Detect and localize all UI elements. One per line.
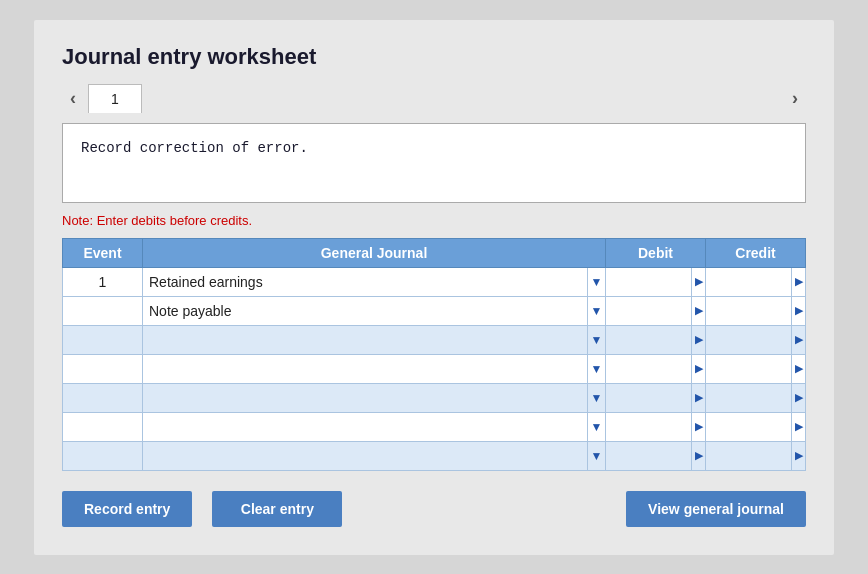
journal-text: Note payable — [149, 303, 587, 319]
page-title: Journal entry worksheet — [62, 44, 806, 70]
cell-event — [63, 325, 143, 354]
dropdown-arrow-icon[interactable]: ▼ — [587, 413, 605, 441]
journal-text: Retained earnings — [149, 274, 587, 290]
cell-event: 1 — [63, 267, 143, 296]
debit-arrow-icon[interactable]: ▶ — [691, 384, 705, 412]
cell-debit[interactable]: ▶ — [606, 325, 706, 354]
debit-arrow-icon[interactable]: ▶ — [691, 326, 705, 354]
cell-event — [63, 296, 143, 325]
credit-arrow-icon[interactable]: ▶ — [791, 442, 805, 470]
instruction-text: Record correction of error. — [81, 140, 308, 156]
debit-arrow-icon[interactable]: ▶ — [691, 442, 705, 470]
cell-journal[interactable]: ▼ — [143, 383, 606, 412]
header-debit: Debit — [606, 238, 706, 267]
record-entry-button[interactable]: Record entry — [62, 491, 192, 527]
header-general-journal: General Journal — [143, 238, 606, 267]
clear-entry-button[interactable]: Clear entry — [212, 491, 342, 527]
debit-arrow-icon[interactable]: ▶ — [691, 413, 705, 441]
cell-journal[interactable]: ▼ — [143, 412, 606, 441]
journal-table: Event General Journal Debit Credit 1Reta… — [62, 238, 806, 471]
table-header-row: Event General Journal Debit Credit — [63, 238, 806, 267]
cell-event — [63, 412, 143, 441]
credit-arrow-icon[interactable]: ▶ — [791, 355, 805, 383]
worksheet-container: Journal entry worksheet ‹ 1 › Record cor… — [34, 20, 834, 555]
cell-debit[interactable]: ▶ — [606, 354, 706, 383]
next-arrow-button[interactable]: › — [784, 84, 806, 113]
cell-journal[interactable]: ▼ — [143, 325, 606, 354]
dropdown-arrow-icon[interactable]: ▼ — [587, 442, 605, 470]
cell-event — [63, 441, 143, 470]
cell-debit[interactable]: ▶ — [606, 383, 706, 412]
dropdown-arrow-icon[interactable]: ▼ — [587, 384, 605, 412]
tab-navigation: ‹ 1 › — [62, 84, 806, 113]
cell-debit[interactable]: ▶ — [606, 267, 706, 296]
cell-credit[interactable]: ▶ — [706, 441, 806, 470]
table-row: ▼▶▶ — [63, 354, 806, 383]
tab-1[interactable]: 1 — [88, 84, 142, 113]
debit-arrow-icon[interactable]: ▶ — [691, 268, 705, 296]
credit-arrow-icon[interactable]: ▶ — [791, 268, 805, 296]
table-row: ▼▶▶ — [63, 412, 806, 441]
debit-arrow-icon[interactable]: ▶ — [691, 355, 705, 383]
credit-arrow-icon[interactable]: ▶ — [791, 326, 805, 354]
note-text: Note: Enter debits before credits. — [62, 213, 806, 228]
table-row: ▼▶▶ — [63, 383, 806, 412]
dropdown-arrow-icon[interactable]: ▼ — [587, 268, 605, 296]
debit-arrow-icon[interactable]: ▶ — [691, 297, 705, 325]
cell-event — [63, 354, 143, 383]
cell-event — [63, 383, 143, 412]
dropdown-arrow-icon[interactable]: ▼ — [587, 355, 605, 383]
table-row: ▼▶▶ — [63, 325, 806, 354]
cell-credit[interactable]: ▶ — [706, 354, 806, 383]
cell-debit[interactable]: ▶ — [606, 412, 706, 441]
cell-journal[interactable]: ▼ — [143, 441, 606, 470]
cell-credit[interactable]: ▶ — [706, 296, 806, 325]
cell-journal[interactable]: ▼ — [143, 354, 606, 383]
table-row: ▼▶▶ — [63, 441, 806, 470]
table-row: Note payable▼▶▶ — [63, 296, 806, 325]
cell-credit[interactable]: ▶ — [706, 325, 806, 354]
cell-credit[interactable]: ▶ — [706, 383, 806, 412]
credit-arrow-icon[interactable]: ▶ — [791, 384, 805, 412]
buttons-row: Record entry Clear entry View general jo… — [62, 491, 806, 527]
instruction-box: Record correction of error. — [62, 123, 806, 203]
cell-credit[interactable]: ▶ — [706, 267, 806, 296]
header-credit: Credit — [706, 238, 806, 267]
header-event: Event — [63, 238, 143, 267]
credit-arrow-icon[interactable]: ▶ — [791, 297, 805, 325]
table-row: 1Retained earnings▼▶▶ — [63, 267, 806, 296]
credit-arrow-icon[interactable]: ▶ — [791, 413, 805, 441]
cell-journal[interactable]: Retained earnings▼ — [143, 267, 606, 296]
cell-debit[interactable]: ▶ — [606, 441, 706, 470]
cell-credit[interactable]: ▶ — [706, 412, 806, 441]
cell-debit[interactable]: ▶ — [606, 296, 706, 325]
dropdown-arrow-icon[interactable]: ▼ — [587, 297, 605, 325]
prev-arrow-button[interactable]: ‹ — [62, 84, 84, 113]
dropdown-arrow-icon[interactable]: ▼ — [587, 326, 605, 354]
view-general-journal-button[interactable]: View general journal — [626, 491, 806, 527]
cell-journal[interactable]: Note payable▼ — [143, 296, 606, 325]
